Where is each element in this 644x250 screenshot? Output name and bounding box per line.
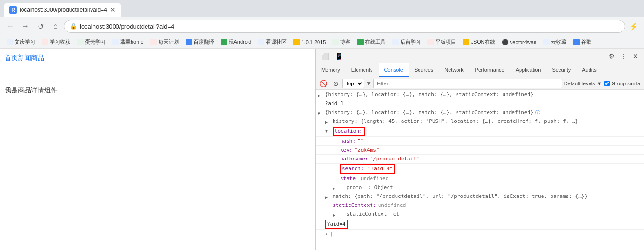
console-toolbar: 🚫 ⊘ top ▼ Default levels ▼ Group similar — [316, 77, 644, 90]
close-devtools-btn[interactable]: ✕ — [631, 52, 640, 61]
console-line-15[interactable]: ?aid=4 — [316, 219, 644, 230]
bookmark-dk[interactable]: 蛋壳学习 — [74, 38, 109, 46]
tab-security[interactable]: Security — [546, 63, 576, 77]
prompt-arrow-icon: › — [325, 231, 328, 237]
tab-close-btn[interactable]: ✕ — [110, 6, 116, 14]
hash-key: hash: — [340, 137, 356, 145]
tab-network[interactable]: Network — [439, 63, 469, 77]
tab-memory[interactable]: Memory — [316, 63, 346, 77]
console-line-6[interactable]: hash: "" — [316, 137, 644, 146]
tab-application[interactable]: Application — [510, 63, 547, 77]
context-selector[interactable]: top — [342, 79, 364, 88]
bookmark-android[interactable]: 玩Android — [218, 38, 255, 46]
result-text: ?aid=4 — [327, 221, 346, 227]
device-toolbar-btn[interactable]: 📱 — [333, 52, 345, 61]
bookmark-fc[interactable]: 翡翠home — [109, 38, 147, 46]
bookmark-json[interactable]: JSON在线 — [460, 38, 497, 46]
home-button[interactable]: ⌂ — [49, 20, 62, 33]
key-value: "zgk4ms" — [355, 146, 380, 154]
console-line-7[interactable]: key: "zgk4ms" — [316, 146, 644, 155]
page-divider — [5, 72, 287, 72]
nav-bar: ← → ↺ ⌂ 🔒 localhost:3000/productdetail?a… — [0, 17, 644, 36]
expand-arrow-12: ▶ — [325, 194, 328, 201]
console-line-13[interactable]: staticContext: undefined — [316, 201, 644, 210]
bm-icon-ht — [392, 39, 399, 45]
bookmark-cloud[interactable]: 云收藏 — [540, 38, 569, 46]
console-line-3[interactable]: ▼ {history: {…}, location: {…}, match: {… — [316, 108, 644, 117]
tab-sources[interactable]: Sources — [409, 63, 439, 77]
bookmark-google[interactable]: 谷歌 — [570, 38, 594, 46]
location-key: location: — [334, 128, 363, 134]
expand-arrow-5: ▼ — [325, 128, 328, 135]
console-line-10[interactable]: state: undefined — [316, 174, 644, 183]
bm-icon-xx — [42, 39, 48, 45]
extensions-button[interactable]: ⚡ — [627, 20, 640, 33]
console-line-2[interactable]: ?aid=1 — [316, 99, 644, 108]
console-line-14[interactable]: ▶ __staticContext__ct — [316, 210, 644, 219]
bookmark-bd[interactable]: 百度翻译 — [183, 38, 217, 46]
nav-right: ⚡ — [627, 20, 640, 33]
tab-elements[interactable]: Elements — [346, 63, 379, 77]
bm-icon-blog — [332, 39, 339, 45]
console-line-11[interactable]: ▶ __proto__: Object — [316, 183, 644, 192]
console-line-1[interactable]: ▶ {history: {…}, location: {…}, match: {… — [316, 91, 644, 99]
back-button[interactable]: ← — [4, 20, 17, 33]
bookmark-vector[interactable]: ⚫ vector4wan — [499, 38, 539, 46]
console-prompt[interactable]: › | — [316, 230, 644, 238]
address-bar[interactable]: 🔒 localhost:3000/productdetail?aid=4 — [64, 20, 625, 33]
prompt-cursor: | — [330, 231, 334, 237]
console-filter-toggle[interactable]: ⊘ — [331, 79, 341, 88]
more-btn[interactable]: ⋮ — [619, 52, 629, 61]
nav-products-link[interactable]: 商品 — [31, 54, 44, 62]
group-similar-checkbox[interactable] — [604, 81, 610, 86]
info-icon: ⓘ — [535, 109, 540, 116]
console-line-12[interactable]: ▶ match: {path: "/productdetail", url: "… — [316, 192, 644, 201]
location-key-highlighted: location: — [333, 127, 365, 136]
bookmarks-bar: 文庆学习 学习收获 蛋壳学习 翡翠home 每天计划 百度翻译 玩Android — [0, 36, 644, 49]
console-line-4[interactable]: ▶ history: {length: 45, action: "PUSH", … — [316, 117, 644, 126]
tab-audits[interactable]: Audits — [576, 63, 602, 77]
bookmark-blog[interactable]: 博客 — [329, 38, 353, 46]
console-line-8[interactable]: pathname: "/productdetail" — [316, 155, 644, 164]
bookmark-mt[interactable]: 每天计划 — [147, 38, 182, 46]
main-layout: 首页 新闻 商品 我是商品详情组件 ⬜ 📱 ⚙ ⋮ ✕ Memory Eleme… — [0, 49, 644, 250]
tab-performance[interactable]: Performance — [469, 63, 510, 77]
console-line-5[interactable]: ▼ location: — [316, 126, 644, 137]
bookmark-ks[interactable]: 看源社区 — [255, 38, 289, 46]
filter-input[interactable] — [373, 79, 562, 88]
address-text: localhost:3000/productdetail?aid=4 — [80, 23, 619, 30]
nav-home-link[interactable]: 首页 — [5, 54, 18, 62]
bookmark-ver[interactable]: 1.0.1 2015 — [290, 38, 328, 46]
expand-arrow-4: ▶ — [325, 119, 328, 126]
bookmark-ht[interactable]: 后台学习 — [389, 38, 424, 46]
bookmark-pt[interactable]: 平板项目 — [425, 38, 459, 46]
forward-button[interactable]: → — [19, 20, 32, 33]
page-content: 首页 新闻 商品 我是商品详情组件 — [0, 49, 315, 250]
proto-text: __proto__: Object — [340, 184, 393, 191]
bm-icon-android — [221, 39, 227, 45]
bookmark-wq[interactable]: 文庆学习 — [4, 38, 38, 46]
console-clear-btn[interactable]: 🚫 — [318, 79, 329, 88]
hash-value: "" — [357, 137, 364, 145]
expand-arrow-1: ▶ — [318, 92, 320, 99]
browser-tab[interactable]: R localhost:3000/productdetail?aid=4 ✕ — [4, 3, 121, 17]
settings-btn[interactable]: ⚙ — [607, 52, 617, 61]
bm-icon-mt — [150, 39, 157, 45]
nav-news-link[interactable]: 新闻 — [18, 54, 31, 62]
console-line-9[interactable]: search: "?aid=4" — [316, 164, 644, 174]
bm-icon-wq — [7, 39, 13, 45]
group-similar-label: Group similar — [612, 81, 642, 86]
bookmark-tools[interactable]: 在线工具 — [354, 38, 388, 46]
result-highlighted: ?aid=4 — [325, 220, 348, 229]
match-text: match: {path: "/productdetail", url: "/p… — [333, 193, 588, 200]
product-detail-text: 我是商品详情组件 — [5, 86, 310, 95]
expand-arrow-11: ▶ — [333, 185, 335, 192]
reload-button[interactable]: ↺ — [34, 20, 47, 33]
inspect-element-btn[interactable]: ⬜ — [319, 52, 331, 61]
bookmark-xx[interactable]: 学习收获 — [39, 38, 73, 46]
tab-title: localhost:3000/productdetail?aid=4 — [20, 7, 107, 13]
levels-arrow: ▼ — [597, 81, 602, 86]
browser-chrome: R localhost:3000/productdetail?aid=4 ✕ ←… — [0, 0, 644, 49]
console-text-4: history: {length: 45, action: "PUSH", lo… — [333, 118, 578, 125]
tab-console[interactable]: Console — [379, 63, 409, 77]
